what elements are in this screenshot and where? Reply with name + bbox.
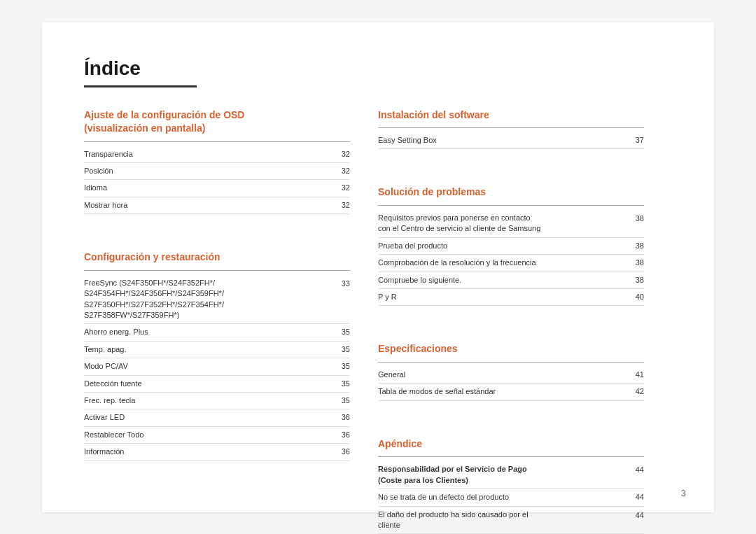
toc-label: P y R [378, 292, 630, 302]
list-item: Prueba del producto 38 [378, 238, 644, 255]
list-item: Detección fuente 35 [84, 376, 350, 393]
list-item: Posición 32 [84, 163, 350, 180]
toc-label: Detección fuente [84, 379, 336, 389]
toc-label: Tabla de modos de señal estándar [378, 386, 630, 397]
list-item: Responsabilidad por el Servicio de Pago(… [378, 461, 644, 489]
list-item: Comprobación de la resolución y la frecu… [378, 255, 644, 272]
toc-label: Compruebe lo siguiente. [378, 275, 630, 286]
toc-label: Comprobación de la resolución y la frecu… [378, 258, 630, 268]
list-item: No se trata de un defecto del producto 4… [378, 489, 644, 506]
list-item: P y R 40 [378, 289, 644, 306]
toc-page: 35 [336, 345, 350, 353]
toc-label: Responsabilidad por el Servicio de Pago(… [378, 464, 630, 486]
list-item: FreeSync (S24F350FH*/S24F352FH*/S24F354F… [84, 275, 350, 325]
toc-page: 38 [630, 276, 644, 284]
toc-page: 35 [336, 396, 350, 405]
list-item: General 41 [378, 367, 644, 384]
toc-label: Información [84, 447, 336, 457]
list-item: Ahorro energ. Plus 35 [84, 324, 350, 341]
toc-page: 35 [336, 362, 350, 370]
toc-page: 32 [336, 167, 350, 175]
toc-page: 41 [630, 370, 644, 379]
section-specs-title: Especificaciones [378, 342, 644, 356]
toc-label: No se trata de un defecto del producto [378, 492, 630, 503]
list-item: El daño del producto ha sido causado por… [378, 507, 644, 534]
toc-page: 36 [336, 430, 350, 439]
toc-label: Frec. rep. tecla [84, 395, 336, 406]
toc-page: 38 [630, 213, 644, 223]
problems-divider [378, 205, 644, 206]
content-columns: Ajuste de la configuración de OSD(visual… [84, 108, 672, 535]
specs-divider [378, 362, 644, 363]
toc-page: 35 [336, 328, 350, 336]
toc-label: Modo PC/AV [84, 361, 336, 372]
toc-page: 32 [336, 183, 350, 192]
toc-label: Activar LED [84, 412, 336, 423]
page-container: Índice Ajuste de la configuración de OSD… [42, 22, 714, 512]
list-item: Tabla de modos de señal estándar 42 [378, 384, 644, 400]
section-appendix-title: Apéndice [378, 437, 644, 451]
toc-label: Requisitos previos para ponerse en conta… [378, 213, 630, 234]
toc-page: 42 [630, 387, 644, 395]
page-number: 3 [681, 488, 686, 498]
list-item: Mostrar hora 32 [84, 197, 350, 214]
toc-label: Temp. apag. [84, 344, 336, 355]
toc-label: El daño del producto ha sido causado por… [378, 510, 630, 531]
list-item: Idioma 32 [84, 180, 350, 197]
software-divider [378, 127, 644, 128]
list-item: Temp. apag. 35 [84, 342, 350, 358]
list-item: Transparencia 32 [84, 146, 350, 163]
list-item: Requisitos previos para ponerse en conta… [378, 210, 644, 238]
toc-label: FreeSync (S24F350FH*/S24F352FH*/S24F354F… [84, 278, 336, 321]
appendix-divider [378, 456, 644, 457]
section-problems-title: Solución de problemas [378, 185, 644, 199]
right-column: Instalación del software Easy Setting Bo… [378, 108, 644, 535]
list-item: Easy Setting Box 37 [378, 132, 644, 149]
toc-label: Easy Setting Box [378, 135, 630, 146]
toc-label: Idioma [84, 183, 336, 193]
left-column: Ajuste de la configuración de OSD(visual… [84, 108, 350, 535]
list-item: Frec. rep. tecla 35 [84, 393, 350, 409]
section-software-title: Instalación del software [378, 108, 644, 122]
toc-page: 32 [336, 150, 350, 158]
toc-label: General [378, 370, 630, 380]
toc-page: 36 [336, 447, 350, 456]
section-osd-title: Ajuste de la configuración de OSD(visual… [84, 108, 350, 136]
toc-label: Prueba del producto [378, 241, 630, 251]
toc-label: Restablecer Todo [84, 430, 336, 440]
toc-page: 44 [630, 493, 644, 501]
toc-label: Ahorro energ. Plus [84, 327, 336, 337]
config-divider [84, 270, 350, 271]
toc-page: 44 [630, 510, 644, 519]
toc-label: Mostrar hora [84, 200, 336, 211]
toc-page: 38 [630, 258, 644, 267]
list-item: Restablecer Todo 36 [84, 427, 350, 444]
toc-page: 32 [336, 201, 350, 209]
toc-page: 33 [336, 278, 350, 288]
page-title: Índice [84, 57, 197, 87]
section-config-title: Configuración y restauración [84, 251, 350, 265]
list-item: Modo PC/AV 35 [84, 358, 350, 375]
list-item: Activar LED 36 [84, 409, 350, 426]
osd-divider [84, 141, 350, 142]
toc-label: Posición [84, 166, 336, 176]
toc-label: Transparencia [84, 149, 336, 160]
toc-page: 37 [630, 136, 644, 144]
toc-page: 36 [336, 413, 350, 421]
toc-page: 44 [630, 464, 644, 474]
list-item: Información 36 [84, 444, 350, 461]
toc-page: 35 [336, 379, 350, 388]
toc-page: 38 [630, 241, 644, 250]
list-item: Compruebe lo siguiente. 38 [378, 272, 644, 289]
toc-page: 40 [630, 293, 644, 301]
